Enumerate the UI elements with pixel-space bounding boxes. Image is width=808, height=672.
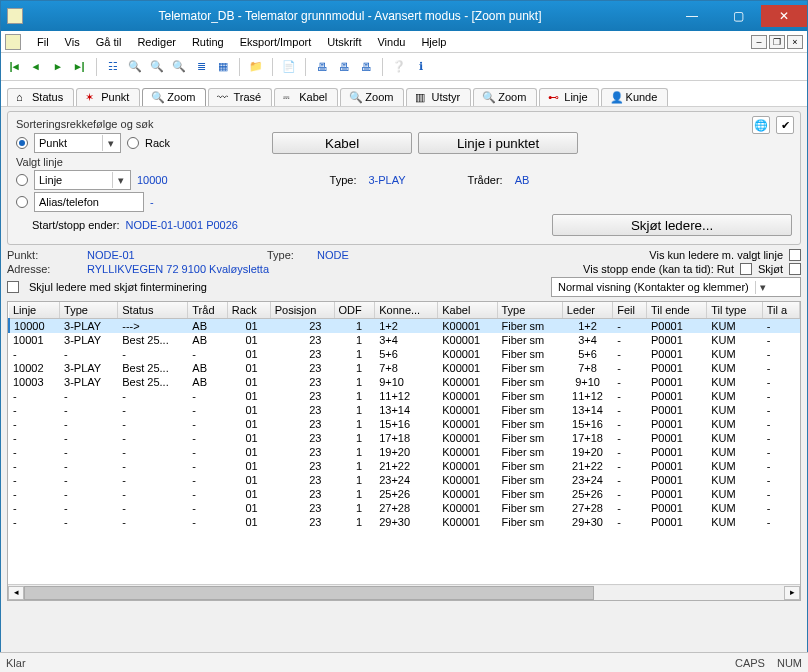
table-row[interactable]: 100033-PLAYBest 25...AB012319+10K00001Fi… xyxy=(9,375,800,389)
column-header[interactable]: Til ende xyxy=(646,302,706,319)
table-row[interactable]: ----0123115+16K00001Fiber sm15+16-P0001K… xyxy=(9,417,800,431)
menu-gatil[interactable]: Gå til xyxy=(90,34,128,50)
table-row[interactable]: ----0123123+24K00001Fiber sm23+24-P0001K… xyxy=(9,473,800,487)
about-icon[interactable]: ℹ xyxy=(412,58,430,76)
column-header[interactable]: Kabel xyxy=(438,302,497,319)
cb-rut[interactable] xyxy=(740,263,752,275)
cell: 10000 xyxy=(9,319,60,334)
nav-first-icon[interactable]: |◂ xyxy=(5,58,23,76)
dropdown-alias[interactable]: Alias/telefon xyxy=(34,192,144,212)
column-header[interactable]: Posisjon xyxy=(270,302,334,319)
mdi-minimize-button[interactable]: – xyxy=(751,35,767,49)
cell: K00001 xyxy=(438,417,497,431)
print-icon[interactable]: 🖶 xyxy=(313,58,331,76)
minimize-button[interactable]: — xyxy=(669,5,715,27)
panel-check-icon[interactable]: ✔ xyxy=(776,116,794,134)
table-row[interactable]: ----0123119+20K00001Fiber sm19+20-P0001K… xyxy=(9,445,800,459)
menu-eksport[interactable]: Eksport/Import xyxy=(234,34,318,50)
cb-skjot[interactable] xyxy=(789,263,801,275)
tab-punkt[interactable]: ✶Punkt xyxy=(76,88,140,106)
tab-kunde[interactable]: 👤Kunde xyxy=(601,88,669,106)
cell: 19+20 xyxy=(562,445,612,459)
table-row[interactable]: 100003-PLAY--->AB012311+2K00001Fiber sm1… xyxy=(9,319,800,334)
dropdown-linje[interactable]: Linje ▾ xyxy=(34,170,131,190)
menu-fil[interactable]: Fil xyxy=(31,34,55,50)
viewmode-select[interactable]: Normal visning (Kontakter og klemmer) ▾ xyxy=(551,277,801,297)
mdi-close-button[interactable]: × xyxy=(787,35,803,49)
table-row[interactable]: 100023-PLAYBest 25...AB012317+8K00001Fib… xyxy=(9,361,800,375)
tab-linje[interactable]: ⊷Linje xyxy=(539,88,598,106)
cell: Fiber sm xyxy=(497,347,562,361)
column-header[interactable]: Til type xyxy=(707,302,763,319)
radio-rack[interactable] xyxy=(127,137,139,149)
tab-zoom-utstyr[interactable]: 🔍Zoom xyxy=(473,88,537,106)
menu-vis[interactable]: Vis xyxy=(59,34,86,50)
menu-vindu[interactable]: Vindu xyxy=(371,34,411,50)
scroll-left-icon[interactable]: ◂ xyxy=(8,586,24,600)
zoom-fit-icon[interactable]: 🔍 xyxy=(148,58,166,76)
linje-i-punktet-button[interactable]: Linje i punktet xyxy=(418,132,578,154)
column-header[interactable]: Konne... xyxy=(375,302,438,319)
table-row[interactable]: ----012315+6K00001Fiber sm5+6-P0001KUM- xyxy=(9,347,800,361)
nav-next-icon[interactable]: ▸ xyxy=(49,58,67,76)
mdi-restore-button[interactable]: ❐ xyxy=(769,35,785,49)
tab-kabel[interactable]: ⎓Kabel xyxy=(274,88,338,106)
column-header[interactable]: Leder xyxy=(562,302,612,319)
panel-globe-icon[interactable]: 🌐 xyxy=(752,116,770,134)
tab-zoom-punkt[interactable]: 🔍Zoom xyxy=(142,88,206,106)
column-header[interactable]: Linje xyxy=(9,302,60,319)
column-header[interactable]: Rack xyxy=(227,302,270,319)
menu-ruting[interactable]: Ruting xyxy=(186,34,230,50)
radio-punkt[interactable] xyxy=(16,137,28,149)
dropdown-punkt[interactable]: Punkt ▾ xyxy=(34,133,121,153)
radio-alias[interactable] xyxy=(16,196,28,208)
skjot-ledere-button[interactable]: Skjøt ledere... xyxy=(552,214,792,236)
tool-list-icon[interactable]: ≣ xyxy=(192,58,210,76)
horizontal-scrollbar[interactable]: ◂ ▸ xyxy=(8,584,800,600)
help-icon[interactable]: ❔ xyxy=(390,58,408,76)
tool-grid-icon[interactable]: ▦ xyxy=(214,58,232,76)
tab-status[interactable]: ⌂Status xyxy=(7,88,74,106)
cell: 23 xyxy=(270,333,334,347)
radio-linje[interactable] xyxy=(16,174,28,186)
column-header[interactable]: Tråd xyxy=(188,302,227,319)
column-header[interactable]: Feil xyxy=(613,302,647,319)
close-button[interactable]: ✕ xyxy=(761,5,807,27)
table-row[interactable]: ----0123117+18K00001Fiber sm17+18-P0001K… xyxy=(9,431,800,445)
nav-prev-icon[interactable]: ◂ xyxy=(27,58,45,76)
print-setup-icon[interactable]: 🖶 xyxy=(357,58,375,76)
print-preview-icon[interactable]: 🖶 xyxy=(335,58,353,76)
zoom-out-icon[interactable]: 🔍 xyxy=(126,58,144,76)
kabel-button[interactable]: Kabel xyxy=(272,132,412,154)
tool-tree-icon[interactable]: ☷ xyxy=(104,58,122,76)
tab-zoom-kabel[interactable]: 🔍Zoom xyxy=(340,88,404,106)
table-row[interactable]: ----0123111+12K00001Fiber sm11+12-P0001K… xyxy=(9,389,800,403)
customer-icon: 👤 xyxy=(610,91,622,103)
column-header[interactable]: Til a xyxy=(762,302,799,319)
maximize-button[interactable]: ▢ xyxy=(715,5,761,27)
table-row[interactable]: ----0123121+22K00001Fiber sm21+22-P0001K… xyxy=(9,459,800,473)
tool-copy-icon[interactable]: 📄 xyxy=(280,58,298,76)
cb-skjotfinte[interactable] xyxy=(7,281,19,293)
table-row[interactable]: ----0123129+30K00001Fiber sm29+30-P0001K… xyxy=(9,515,800,529)
nav-last-icon[interactable]: ▸| xyxy=(71,58,89,76)
menu-hjelp[interactable]: Hjelp xyxy=(415,34,452,50)
scrollbar-thumb[interactable] xyxy=(24,586,594,600)
column-header[interactable]: Type xyxy=(60,302,118,319)
table-row[interactable]: ----0123113+14K00001Fiber sm13+14-P0001K… xyxy=(9,403,800,417)
tab-utstyr[interactable]: ▥Utstyr xyxy=(406,88,471,106)
column-header[interactable]: ODF xyxy=(334,302,375,319)
column-header[interactable]: Type xyxy=(497,302,562,319)
table-row[interactable]: ----0123127+28K00001Fiber sm27+28-P0001K… xyxy=(9,501,800,515)
column-header[interactable]: Status xyxy=(118,302,188,319)
cell: 29+30 xyxy=(375,515,438,529)
table-row[interactable]: ----0123125+26K00001Fiber sm25+26-P0001K… xyxy=(9,487,800,501)
menu-rediger[interactable]: Rediger xyxy=(131,34,182,50)
tool-folder-icon[interactable]: 📁 xyxy=(247,58,265,76)
zoom-in-icon[interactable]: 🔍 xyxy=(170,58,188,76)
cb-valgtlinje[interactable] xyxy=(789,249,801,261)
scroll-right-icon[interactable]: ▸ xyxy=(784,586,800,600)
table-row[interactable]: 100013-PLAYBest 25...AB012313+4K00001Fib… xyxy=(9,333,800,347)
tab-trase[interactable]: 〰Trasé xyxy=(208,88,272,106)
menu-utskrift[interactable]: Utskrift xyxy=(321,34,367,50)
